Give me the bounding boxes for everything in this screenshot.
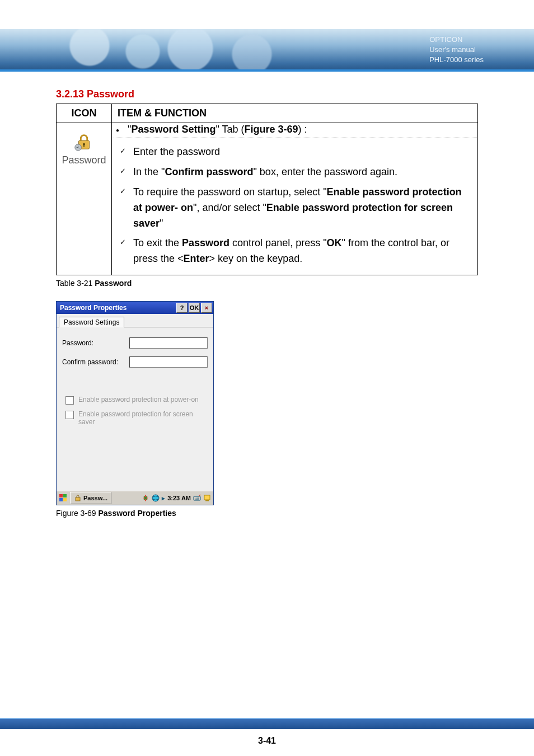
list-item: Enter the password: [118, 142, 472, 162]
list-item: In the "Confirm password" box, enter the…: [118, 162, 472, 182]
icon-label: Password: [62, 154, 106, 166]
checkbox-poweron-label: Enable password protection at power-on: [78, 396, 199, 403]
checkbox-row-poweron[interactable]: Enable password protection at power-on: [65, 396, 208, 405]
svg-rect-2: [83, 144, 85, 147]
li2c: " box, enter the password again.: [253, 166, 397, 177]
close-button[interactable]: ×: [201, 303, 212, 313]
figure-caption-prefix: Figure 3-69: [56, 509, 98, 518]
taskbar-app-label: Passw...: [83, 495, 107, 501]
windows-flag-icon: [59, 494, 68, 503]
page-number: 3-41: [0, 736, 534, 746]
header-text-block: OPTICON User's manual PHL-7000 series: [429, 35, 484, 65]
taskbar[interactable]: Passw... ▸ 3:23 AM: [57, 491, 213, 505]
list-item: To exit the Password control panel, pres…: [118, 233, 472, 269]
checkbox-row-screensaver[interactable]: Enable password protection for screen sa…: [65, 410, 208, 426]
icon-cell: Password: [57, 123, 112, 275]
tabline-bold2: Figure 3-69: [245, 124, 298, 135]
table-caption-bold: Password: [95, 279, 132, 288]
tab-heading-line: ● "Password Setting" Tab (Figure 3-69) :: [113, 124, 477, 138]
section-heading: 3.2.13 Password: [56, 88, 478, 100]
ok-button[interactable]: OK: [189, 303, 200, 313]
window-title: Password Properties: [60, 304, 127, 312]
password-input[interactable]: [129, 337, 208, 349]
series-line: PHL-7000 series: [429, 55, 484, 65]
figure-caption: Figure 3-69 Password Properties: [56, 509, 478, 518]
th-item: ITEM & FUNCTION: [112, 104, 478, 123]
svg-rect-7: [63, 498, 67, 501]
password-icon: [73, 131, 95, 152]
checkbox-screensaver[interactable]: [65, 411, 74, 419]
li3c: ", and/or select ": [193, 202, 266, 213]
li1-text: Enter the password: [133, 146, 220, 157]
svg-rect-12: [205, 500, 209, 501]
svg-rect-4: [59, 494, 63, 497]
taskbar-app-button[interactable]: Passw...: [70, 492, 111, 504]
tray-time: 3:23 AM: [167, 495, 191, 501]
keyboard-icon: [193, 494, 201, 502]
confirm-password-input[interactable]: [129, 356, 208, 368]
svg-rect-8: [76, 497, 80, 501]
tabstrip: Password Settings: [57, 314, 213, 327]
help-button[interactable]: ?: [176, 303, 188, 313]
item-list: Enter the password In the "Confirm passw…: [118, 142, 472, 269]
list-item: To require the password on startup, sele…: [118, 182, 472, 234]
tabline-suffix: ) :: [298, 124, 307, 135]
globe-icon: [152, 494, 160, 502]
li3a: To require the password on startup, sele…: [133, 186, 327, 198]
checkbox-screensaver-label: Enable password protection for screen sa…: [78, 410, 208, 426]
th-icon: ICON: [57, 104, 112, 123]
bullet-dot-icon: ●: [116, 127, 119, 133]
password-properties-window: Password Properties ? OK × Password Sett…: [56, 301, 214, 505]
desktop-icon: [203, 494, 211, 502]
window-titlebar[interactable]: Password Properties ? OK ×: [57, 302, 213, 314]
table-caption-prefix: Table 3-21: [56, 279, 95, 288]
svg-rect-5: [63, 494, 67, 497]
tabline-bold1: Password Setting: [131, 124, 216, 135]
system-tray[interactable]: ▸ 3:23 AM: [142, 494, 212, 502]
li2b: Confirm password: [165, 166, 253, 177]
function-table: ICON ITEM & FUNCTION Password ● "Passwor…: [56, 104, 478, 275]
svg-rect-6: [59, 498, 63, 501]
li4g: > key on the keypad.: [209, 253, 303, 264]
table-caption: Table 3-21 Password: [56, 279, 478, 288]
li4c: control panel, press ": [229, 237, 326, 248]
li4b: Password: [182, 237, 229, 248]
lock-small-icon: [74, 494, 82, 502]
li4f: Enter: [184, 253, 209, 264]
label-confirm-password: Confirm password:: [62, 358, 129, 366]
header-banner: OPTICON User's manual PHL-7000 series: [0, 29, 534, 69]
brand-name: OPTICON: [429, 35, 484, 45]
start-button[interactable]: [58, 492, 69, 504]
tab-password-settings[interactable]: Password Settings: [59, 317, 124, 327]
li4d: OK: [327, 237, 342, 248]
tabline-mid: " Tab (: [216, 124, 244, 135]
li4a: To exit the: [133, 237, 182, 248]
figure-caption-bold: Password Properties: [98, 509, 176, 518]
checkbox-poweron[interactable]: [65, 396, 74, 405]
label-password: Password:: [62, 339, 129, 347]
li2a: In the ": [133, 166, 165, 177]
panel: Password: Confirm password: Enable passw…: [57, 327, 213, 491]
li3e: ": [160, 218, 163, 229]
manual-line: User's manual: [429, 45, 484, 55]
svg-rect-11: [204, 495, 210, 500]
footer-bar: [0, 718, 534, 729]
svg-point-9: [152, 495, 159, 501]
input-mode-icon: [142, 494, 149, 502]
